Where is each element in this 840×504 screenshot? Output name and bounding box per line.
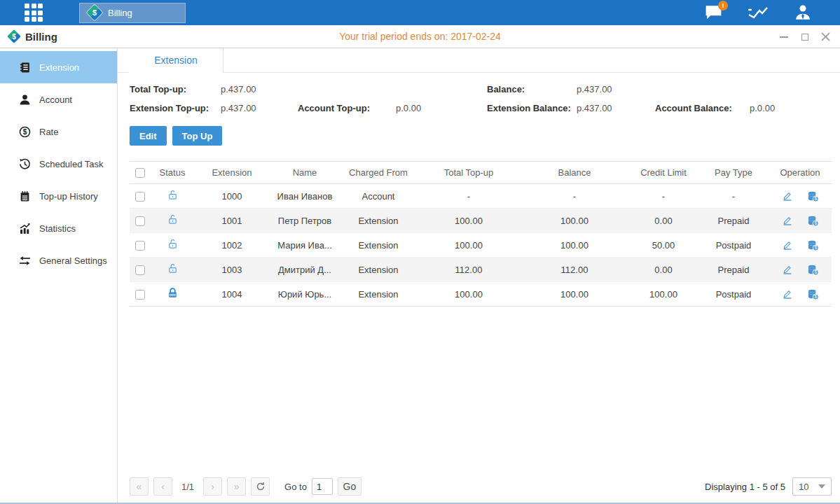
col-balance: Balance	[521, 162, 628, 184]
page-size-value: 10	[799, 482, 808, 492]
sidebar-item-scheduled-task[interactable]: Scheduled Task	[0, 148, 117, 180]
cell-charged-from: Extension	[340, 209, 417, 233]
cell-balance: 100.00	[521, 233, 628, 258]
edit-row-icon[interactable]	[782, 215, 793, 226]
cell-pay-type: Prepaid	[698, 209, 769, 233]
sidebar-item-topup-history[interactable]: Top-up History	[0, 180, 117, 212]
top-up-row-icon[interactable]: $	[807, 215, 819, 227]
extension-topup-label: Extension Top-up:	[130, 103, 221, 113]
edit-row-icon[interactable]	[782, 288, 793, 300]
cell-total-topup: 100.00	[417, 282, 521, 307]
messages-icon[interactable]: !	[703, 4, 724, 22]
account-balance-value: p.0.00	[750, 103, 832, 113]
sidebar-item-general-settings[interactable]: General Settings	[0, 244, 117, 276]
refresh-button[interactable]	[251, 477, 270, 496]
taskbar-billing-button[interactable]: $ Billing	[79, 3, 186, 23]
prev-page-button[interactable]: ‹	[153, 477, 172, 496]
total-topup-value: p.437.00	[221, 84, 298, 94]
top-up-row-icon[interactable]: $	[807, 288, 819, 300]
svg-text:$: $	[814, 270, 817, 274]
table-row: 1002 Мария Ива... Extension 100.00 100.0…	[130, 233, 832, 258]
top-up-row-icon[interactable]: $	[807, 239, 819, 251]
first-page-button[interactable]: «	[130, 477, 149, 496]
row-checkbox[interactable]	[135, 241, 145, 251]
cell-pay-type: Postpaid	[698, 282, 769, 307]
row-checkbox[interactable]	[135, 216, 145, 226]
cell-extension: 1002	[194, 233, 270, 258]
sidebar-label: Top-up History	[39, 191, 98, 202]
edit-row-icon[interactable]	[782, 190, 793, 202]
edit-row-icon[interactable]	[782, 239, 793, 251]
account-balance-label: Account Balance:	[655, 103, 750, 113]
sidebar-label: Account	[39, 94, 72, 105]
sidebar-item-statistics[interactable]: Statistics	[0, 212, 117, 244]
cell-total-topup: 100.00	[417, 233, 521, 258]
statistics-icon	[19, 223, 31, 234]
minimize-icon[interactable]	[779, 32, 788, 41]
billing-app-icon: $	[87, 5, 102, 20]
balance-value: p.437.00	[577, 84, 655, 94]
cell-extension: 1004	[194, 282, 270, 307]
col-charged-from: Charged From	[340, 162, 417, 184]
tab-extension[interactable]: Extension	[129, 48, 223, 73]
cell-name: Юрий Юрь...	[270, 282, 340, 307]
cell-pay-type: -	[698, 184, 769, 209]
billing-summary: Total Top-up: p.437.00 Balance: p.437.00…	[130, 84, 832, 113]
sidebar-label: Scheduled Task	[39, 159, 104, 169]
trial-notice: Your trial period ends on: 2017-02-24	[0, 31, 840, 42]
extension-icon	[19, 62, 31, 74]
lock-status-icon	[167, 262, 179, 274]
sidebar-item-account[interactable]: Account	[0, 83, 117, 115]
top-up-row-icon[interactable]: $	[807, 264, 819, 276]
maximize-icon[interactable]	[800, 32, 809, 41]
extensions-table: Status Extension Name Charged From Total…	[130, 161, 832, 307]
extension-balance-value: p.437.00	[577, 103, 655, 113]
sidebar-item-rate[interactable]: $ Rate	[0, 115, 117, 148]
taskbar-billing-label: Billing	[108, 8, 132, 18]
edit-button[interactable]: Edit	[130, 126, 167, 146]
page-size-select[interactable]: 10	[792, 477, 832, 496]
svg-text:$: $	[23, 128, 27, 136]
sidebar-label: Rate	[39, 127, 58, 137]
last-page-button[interactable]: »	[227, 477, 246, 496]
sidebar-item-extension[interactable]: Extension	[0, 51, 117, 83]
rate-icon: $	[19, 126, 31, 138]
total-topup-label: Total Top-up:	[130, 84, 221, 94]
topup-history-icon	[19, 190, 31, 202]
table-row: 1003 Дмитрий Д... Extension 112.00 112.0…	[130, 258, 832, 282]
monitor-chart-icon[interactable]	[748, 4, 769, 22]
cell-charged-from: Extension	[340, 233, 417, 258]
notification-badge: !	[718, 1, 728, 10]
cell-name: Мария Ива...	[270, 233, 340, 258]
cell-extension: 1001	[194, 209, 270, 233]
apps-grid-icon[interactable]	[25, 4, 48, 22]
balance-label: Balance:	[487, 84, 577, 94]
top-bar: $ Billing !	[0, 0, 840, 25]
table-row: 1000 Иван Иванов Account - - - - $	[130, 184, 832, 209]
top-up-row-icon[interactable]: $	[807, 190, 819, 202]
col-pay-type: Pay Type	[698, 162, 769, 184]
goto-page-input[interactable]	[312, 478, 333, 495]
lock-status-icon	[167, 287, 179, 299]
go-button[interactable]: Go	[338, 477, 362, 496]
tab-strip: Extension	[118, 48, 840, 73]
table-header-row: Status Extension Name Charged From Total…	[130, 162, 832, 184]
window-titlebar: $ Billing Your trial period ends on: 201…	[0, 25, 840, 48]
edit-row-icon[interactable]	[782, 264, 793, 275]
top-up-button[interactable]: Top Up	[172, 126, 223, 146]
displaying-text: Displaying 1 - 5 of 5	[705, 482, 785, 492]
lock-status-icon	[167, 238, 179, 250]
row-checkbox[interactable]	[135, 265, 145, 275]
cell-credit-limit: 0.00	[628, 258, 698, 282]
row-checkbox[interactable]	[135, 290, 145, 300]
svg-text:$: $	[814, 245, 817, 250]
next-page-button[interactable]: ›	[203, 477, 222, 496]
row-checkbox[interactable]	[135, 192, 145, 202]
select-all-checkbox[interactable]	[135, 168, 145, 178]
cell-total-topup: -	[417, 184, 521, 209]
close-icon[interactable]	[821, 32, 830, 41]
user-account-icon[interactable]	[792, 4, 813, 22]
extension-topup-value: p.437.00	[221, 103, 298, 113]
cell-charged-from: Extension	[340, 258, 417, 282]
billing-window-icon: $	[7, 29, 21, 43]
